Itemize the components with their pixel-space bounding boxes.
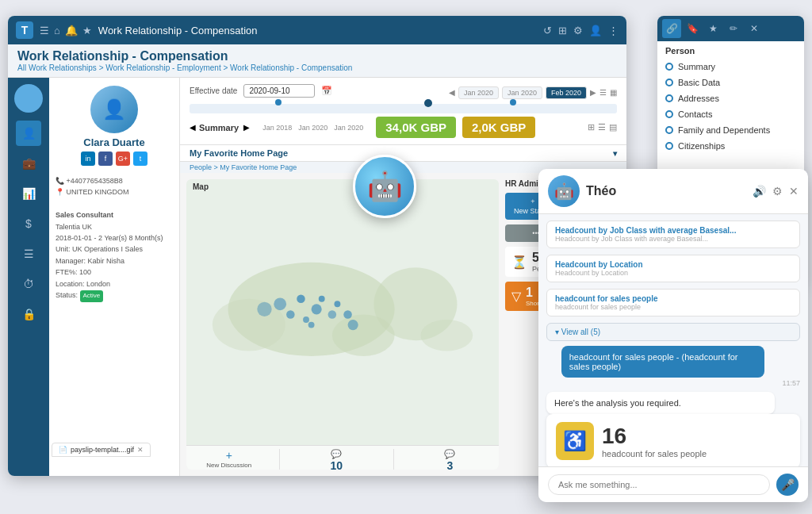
- person-menu-contacts[interactable]: Contacts: [657, 106, 804, 122]
- person-panel-tabs: 🔗 🔖 ★ ✏ ✕: [657, 16, 804, 41]
- sidebar-icon-list[interactable]: ☰: [16, 241, 41, 267]
- chatbot-input[interactable]: [548, 474, 770, 495]
- summary-row: ◀ Summary ▶ Jan 2018Jan 2020Jan 2020 34,…: [190, 117, 617, 138]
- list-icon[interactable]: ☰: [598, 122, 606, 132]
- googleplus-icon[interactable]: G+: [116, 152, 130, 166]
- calendar-icon[interactable]: 📅: [321, 86, 332, 96]
- svg-point-8: [312, 304, 322, 314]
- suggestion-headcount-sales[interactable]: headcount for sales people headcount for…: [546, 289, 800, 316]
- linkedin-icon[interactable]: in: [81, 152, 95, 166]
- person-tab-bookmark[interactable]: 🔖: [683, 19, 702, 38]
- person-menu-addresses[interactable]: Addresses: [657, 90, 804, 106]
- map-svg: [186, 194, 499, 445]
- sidebar-icon-chart[interactable]: 📊: [16, 181, 41, 206]
- file-tab[interactable]: 📄 payslip-templat....gif ✕: [52, 443, 151, 457]
- person-section-title: Person: [657, 41, 804, 59]
- social-icons: in f G+ t: [81, 152, 147, 166]
- chatbot-window: 🤖 Théo 🔊 ⚙ ✕ Headcount by Job Class with…: [538, 169, 808, 502]
- refresh-icon[interactable]: ↺: [543, 25, 552, 36]
- timeline-date-2: Jan 2020: [508, 89, 537, 97]
- svg-point-3: [332, 314, 395, 356]
- date-input[interactable]: 2020-09-10: [243, 84, 315, 98]
- home-icon[interactable]: ⌂: [54, 25, 60, 36]
- suggestion-headcount-job[interactable]: Headcount by Job Class with average Base…: [546, 221, 800, 248]
- stat-discussions-started: 💬 10 Discussions I started: [307, 449, 366, 470]
- profile-name: Clara Duarte: [83, 136, 144, 148]
- result-card: ♿ 16 headcount for sales people: [546, 414, 800, 466]
- view-all-button[interactable]: ▾ View all (5): [546, 323, 800, 341]
- svg-point-16: [308, 322, 315, 328]
- twitter-icon[interactable]: t: [133, 152, 147, 166]
- list-view-icon[interactable]: ☰: [599, 88, 607, 97]
- sidebar-icon-clock[interactable]: ⏱: [16, 271, 41, 297]
- svg-point-7: [286, 310, 295, 319]
- more-icon[interactable]: ⋮: [608, 25, 619, 36]
- header-area: Work Relationship - Compensation All Wor…: [8, 44, 626, 78]
- user-icon[interactable]: 👤: [589, 25, 602, 36]
- profile-photo: 👤: [90, 86, 138, 133]
- person-menu-citizenships[interactable]: Citizenships: [657, 138, 804, 154]
- file-close-icon[interactable]: ✕: [137, 446, 144, 454]
- svg-point-14: [348, 320, 358, 330]
- content-area: 👤 💼 📊 $ ☰ ⏱ 🔒 👤 Clara Duarte in f G+ t �: [8, 78, 626, 476]
- person-tab-star[interactable]: ★: [703, 19, 722, 38]
- summary-nav-left[interactable]: ◀: [190, 123, 196, 132]
- summary-nav-right[interactable]: ▶: [243, 123, 250, 132]
- file-icon: 📄: [59, 446, 67, 454]
- star-icon[interactable]: ★: [82, 25, 92, 36]
- person-tab-link[interactable]: 🔗: [662, 19, 681, 38]
- chatbot-settings-icon[interactable]: ⚙: [772, 185, 783, 198]
- sidebar-icon-dollar[interactable]: $: [16, 211, 41, 236]
- person-tab-close[interactable]: ✕: [745, 19, 764, 38]
- chatbot-close-icon[interactable]: ✕: [789, 185, 799, 198]
- status-badge: Active: [80, 290, 104, 302]
- mic-button[interactable]: 🎤: [776, 474, 799, 496]
- menu-icon[interactable]: ☰: [40, 25, 49, 36]
- chevron-down-icon[interactable]: ▾: [613, 149, 617, 158]
- timeline-date-3: Feb 2020: [551, 89, 581, 97]
- expand-icon[interactable]: ⊞: [588, 122, 595, 132]
- person-menu-family[interactable]: Family and Dependents: [657, 122, 804, 138]
- radio-contacts: [665, 110, 673, 118]
- filter2-icon[interactable]: ▤: [609, 122, 617, 132]
- home-page-header: My Favorite Home Page ▾: [180, 145, 626, 162]
- user-message-time: 11:57: [561, 379, 800, 387]
- profile-top: 👤 Clara Duarte in f G+ t: [56, 86, 173, 169]
- sidebar-icon-shield[interactable]: 🔒: [16, 301, 41, 327]
- person-menu-summary[interactable]: Summary: [657, 59, 804, 75]
- facebook-icon[interactable]: f: [98, 152, 113, 166]
- salary-primary: 34,0K GBP: [376, 117, 456, 138]
- stat-new-discussion: + New Discussion: [206, 449, 251, 470]
- home-breadcrumb-page: My Favorite Home Page: [220, 163, 297, 171]
- sidebar-icon-work[interactable]: 💼: [16, 151, 41, 176]
- timeline-date-1: Jan 2020: [464, 89, 493, 97]
- svg-point-12: [334, 301, 340, 307]
- suggestion-headcount-location[interactable]: Headcount by Location Headcount by Locat…: [546, 255, 800, 282]
- person-menu-basic-data[interactable]: Basic Data: [657, 75, 804, 90]
- radio-basic-data: [665, 79, 673, 86]
- svg-point-6: [297, 294, 305, 303]
- filter-icon[interactable]: ▦: [610, 88, 617, 97]
- effective-date-row: Effective date 2020-09-10 📅: [190, 84, 332, 98]
- left-sidebar: 👤 💼 📊 $ ☰ ⏱ 🔒: [8, 78, 49, 476]
- chatbot-volume-icon[interactable]: 🔊: [753, 185, 766, 198]
- person-tab-edit[interactable]: ✏: [724, 19, 743, 38]
- result-icon: ♿: [556, 422, 594, 460]
- timeline-nav-right[interactable]: ▶: [590, 88, 596, 97]
- chatbot-name: Théo: [586, 184, 746, 198]
- chatbot-avatar: 🤖: [548, 175, 580, 207]
- compensation-panel: Effective date 2020-09-10 📅 ◀ Jan 2020 J…: [180, 78, 626, 145]
- window-title: Work Relationship - Compensation: [98, 25, 537, 36]
- settings-icon[interactable]: ⚙: [573, 25, 583, 36]
- radio-family: [665, 126, 673, 134]
- profile-panel: 👤 Clara Duarte in f G+ t 📞 +44077654358B…: [49, 78, 180, 476]
- plus-icon[interactable]: +: [226, 449, 232, 462]
- summary-label: Summary: [199, 123, 239, 132]
- bell-icon[interactable]: 🔔: [65, 25, 78, 36]
- timeline-nav-left[interactable]: ◀: [449, 88, 455, 97]
- app-logo: T: [16, 21, 33, 39]
- grid-icon[interactable]: ⊞: [558, 25, 567, 36]
- file-name: payslip-templat....gif: [71, 446, 134, 454]
- sidebar-icon-person[interactable]: 👤: [16, 121, 41, 146]
- top-bar: T ☰ ⌂ 🔔 ★ Work Relationship - Compensati…: [8, 16, 626, 44]
